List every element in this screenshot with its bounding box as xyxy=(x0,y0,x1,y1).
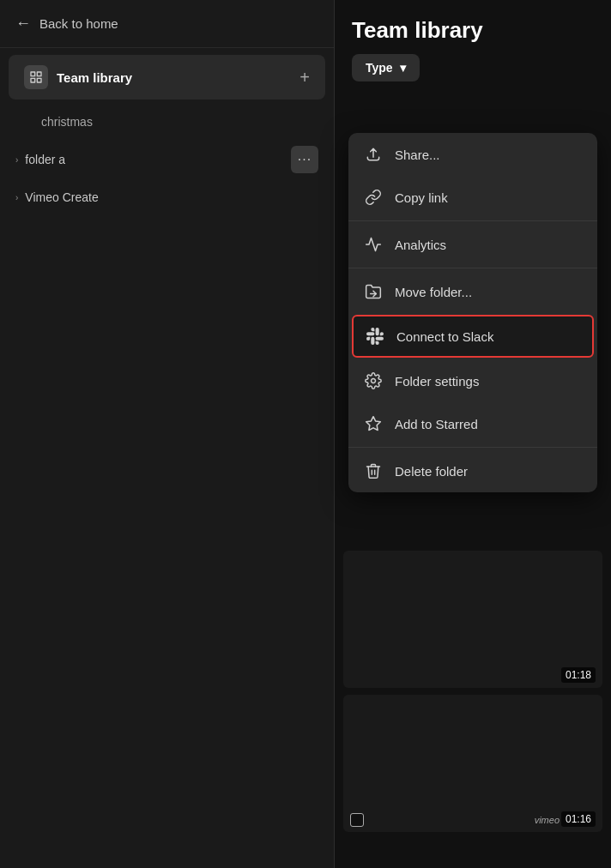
video-thumbnail-1[interactable]: 01:18 xyxy=(343,551,602,688)
trash-icon xyxy=(364,461,383,480)
video-area: 01:18 vimeo 01:16 xyxy=(335,542,611,868)
share-icon xyxy=(364,145,383,164)
sidebar-item-vimeo-create[interactable]: › Vimeo Create xyxy=(0,182,334,213)
star-icon xyxy=(364,414,383,433)
menu-folder-settings-label: Folder settings xyxy=(395,374,479,389)
folder-a-content: folder a xyxy=(25,153,284,166)
menu-item-share[interactable]: Share... xyxy=(348,133,597,176)
link-icon xyxy=(364,188,383,207)
video-timestamp-1: 01:18 xyxy=(561,667,596,683)
menu-item-folder-settings[interactable]: Folder settings xyxy=(348,359,597,402)
back-to-home-button[interactable]: ← Back to home xyxy=(0,0,334,48)
menu-move-folder-label: Move folder... xyxy=(395,285,472,299)
folder-move-icon xyxy=(364,282,383,301)
menu-separator-2 xyxy=(348,268,597,268)
sidebar: ← Back to home Team library + christmas … xyxy=(0,0,335,868)
sidebar-item-folder-a[interactable]: › folder a ··· xyxy=(0,137,334,182)
svg-rect-0 xyxy=(31,72,35,76)
vimeo-create-content: Vimeo Create xyxy=(25,190,318,204)
chevron-right-icon: › xyxy=(15,155,18,165)
menu-analytics-label: Analytics xyxy=(395,238,446,252)
team-library-row[interactable]: Team library + xyxy=(9,55,325,99)
svg-marker-6 xyxy=(366,417,381,431)
page-title: Team library xyxy=(352,17,594,44)
menu-copy-link-label: Copy link xyxy=(395,190,448,205)
folder-a-more-button[interactable]: ··· xyxy=(291,146,318,173)
add-button[interactable]: + xyxy=(299,68,310,87)
team-library-name: Team library xyxy=(57,70,132,85)
chevron-down-icon: ▾ xyxy=(400,61,406,75)
menu-separator-1 xyxy=(348,220,597,221)
svg-point-5 xyxy=(372,379,376,383)
type-filter-button[interactable]: Type ▾ xyxy=(352,54,420,81)
menu-add-starred-label: Add to Starred xyxy=(395,417,478,431)
svg-rect-3 xyxy=(37,78,41,82)
menu-item-delete-folder[interactable]: Delete folder xyxy=(348,449,597,492)
video-checkbox-2[interactable] xyxy=(350,813,364,827)
team-library-icon xyxy=(24,65,48,89)
vimeo-watermark: vimeo xyxy=(535,815,560,825)
menu-separator-3 xyxy=(348,447,597,448)
menu-connect-slack-label: Connect to Slack xyxy=(396,329,493,344)
back-to-home-label: Back to home xyxy=(39,16,118,31)
menu-item-connect-slack[interactable]: Connect to Slack xyxy=(352,315,594,358)
svg-rect-2 xyxy=(31,78,35,82)
context-menu: Share... Copy link Analytics xyxy=(348,133,597,492)
menu-item-analytics[interactable]: Analytics xyxy=(348,223,597,266)
menu-item-move-folder[interactable]: Move folder... xyxy=(348,270,597,313)
sidebar-item-christmas[interactable]: christmas xyxy=(0,106,334,137)
team-library-left: Team library xyxy=(24,65,132,89)
menu-delete-folder-label: Delete folder xyxy=(395,464,468,479)
slack-icon xyxy=(366,327,384,346)
chevron-right-icon-2: › xyxy=(15,193,18,202)
main-header: Team library Type ▾ xyxy=(335,0,611,93)
video-thumbnail-2[interactable]: vimeo 01:16 xyxy=(343,695,602,832)
svg-rect-1 xyxy=(37,72,41,76)
settings-icon xyxy=(364,371,383,390)
menu-item-copy-link[interactable]: Copy link xyxy=(348,176,597,219)
back-arrow-icon: ← xyxy=(15,15,31,33)
video-timestamp-2: 01:16 xyxy=(561,811,596,827)
analytics-icon xyxy=(364,235,383,254)
menu-share-label: Share... xyxy=(395,148,440,162)
menu-item-add-starred[interactable]: Add to Starred xyxy=(348,402,597,445)
